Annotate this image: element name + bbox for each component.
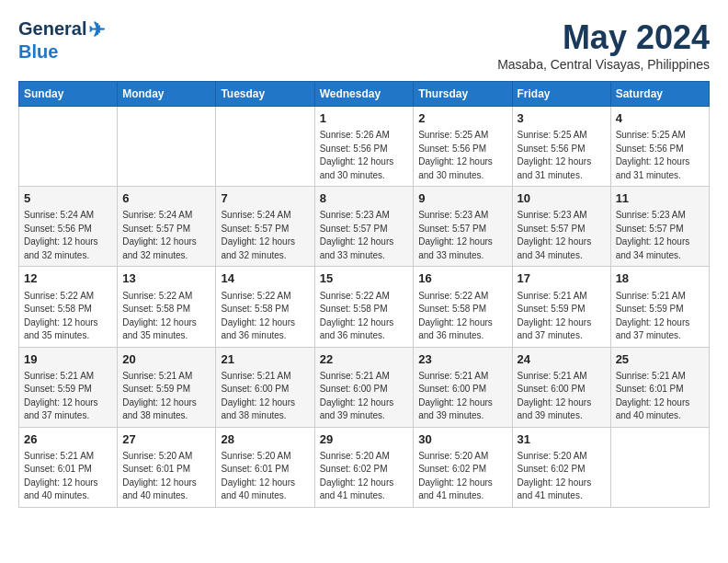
- calendar-cell: 7Sunrise: 5:24 AM Sunset: 5:57 PM Daylig…: [216, 187, 314, 267]
- page-title: May 2024: [497, 18, 710, 57]
- calendar-week-row: 19Sunrise: 5:21 AM Sunset: 5:59 PM Dayli…: [19, 347, 710, 427]
- calendar-cell: 25Sunrise: 5:21 AM Sunset: 6:01 PM Dayli…: [610, 347, 709, 427]
- day-number: 5: [24, 190, 112, 207]
- day-number: 3: [518, 110, 606, 127]
- calendar-cell: 27Sunrise: 5:20 AM Sunset: 6:01 PM Dayli…: [118, 427, 216, 507]
- day-number: 18: [616, 270, 704, 287]
- day-info: Sunrise: 5:21 AM Sunset: 5:59 PM Dayligh…: [24, 370, 112, 423]
- calendar-cell: 18Sunrise: 5:21 AM Sunset: 5:59 PM Dayli…: [610, 267, 709, 347]
- calendar-header-tuesday: Tuesday: [216, 82, 314, 107]
- calendar-cell: 8Sunrise: 5:23 AM Sunset: 5:57 PM Daylig…: [314, 187, 414, 267]
- calendar-cell: 26Sunrise: 5:21 AM Sunset: 6:01 PM Dayli…: [19, 427, 118, 507]
- day-number: 12: [24, 270, 112, 287]
- day-info: Sunrise: 5:21 AM Sunset: 6:00 PM Dayligh…: [418, 370, 506, 423]
- calendar-header-sunday: Sunday: [19, 82, 118, 107]
- day-info: Sunrise: 5:25 AM Sunset: 5:56 PM Dayligh…: [616, 129, 704, 182]
- day-number: 28: [221, 431, 309, 448]
- day-number: 22: [320, 351, 409, 368]
- logo-general: General: [18, 18, 86, 39]
- calendar-cell: 20Sunrise: 5:21 AM Sunset: 5:59 PM Dayli…: [118, 347, 216, 427]
- logo-blue: Blue: [18, 41, 105, 62]
- day-number: 6: [122, 190, 210, 207]
- day-number: 10: [518, 190, 606, 207]
- day-info: Sunrise: 5:20 AM Sunset: 6:02 PM Dayligh…: [518, 450, 606, 503]
- day-info: Sunrise: 5:21 AM Sunset: 6:01 PM Dayligh…: [24, 450, 112, 503]
- day-number: 9: [418, 190, 506, 207]
- calendar-header-row: SundayMondayTuesdayWednesdayThursdayFrid…: [19, 82, 710, 107]
- day-number: 20: [122, 351, 210, 368]
- calendar-cell: 11Sunrise: 5:23 AM Sunset: 5:57 PM Dayli…: [610, 187, 709, 267]
- calendar-cell: 12Sunrise: 5:22 AM Sunset: 5:58 PM Dayli…: [19, 267, 118, 347]
- calendar-week-row: 26Sunrise: 5:21 AM Sunset: 6:01 PM Dayli…: [19, 427, 710, 507]
- day-number: 19: [24, 351, 112, 368]
- calendar-cell: [19, 107, 118, 187]
- day-info: Sunrise: 5:23 AM Sunset: 5:57 PM Dayligh…: [616, 209, 704, 262]
- day-number: 2: [418, 110, 506, 127]
- day-info: Sunrise: 5:22 AM Sunset: 5:58 PM Dayligh…: [418, 290, 506, 343]
- day-info: Sunrise: 5:24 AM Sunset: 5:57 PM Dayligh…: [221, 209, 309, 262]
- day-number: 26: [24, 431, 112, 448]
- day-info: Sunrise: 5:21 AM Sunset: 5:59 PM Dayligh…: [122, 370, 210, 423]
- day-number: 7: [221, 190, 309, 207]
- calendar-body: 1Sunrise: 5:26 AM Sunset: 5:56 PM Daylig…: [19, 107, 710, 508]
- day-info: Sunrise: 5:21 AM Sunset: 5:59 PM Dayligh…: [616, 290, 704, 343]
- calendar-cell: 10Sunrise: 5:23 AM Sunset: 5:57 PM Dayli…: [512, 187, 610, 267]
- day-number: 15: [320, 270, 409, 287]
- day-info: Sunrise: 5:25 AM Sunset: 5:56 PM Dayligh…: [418, 129, 506, 182]
- calendar-week-row: 12Sunrise: 5:22 AM Sunset: 5:58 PM Dayli…: [19, 267, 710, 347]
- calendar-cell: 6Sunrise: 5:24 AM Sunset: 5:57 PM Daylig…: [118, 187, 216, 267]
- calendar-cell: [118, 107, 216, 187]
- calendar-cell: 28Sunrise: 5:20 AM Sunset: 6:01 PM Dayli…: [216, 427, 314, 507]
- calendar-cell: 24Sunrise: 5:21 AM Sunset: 6:00 PM Dayli…: [512, 347, 610, 427]
- day-number: 31: [518, 431, 606, 448]
- calendar-cell: [216, 107, 314, 187]
- calendar-cell: 21Sunrise: 5:21 AM Sunset: 6:00 PM Dayli…: [216, 347, 314, 427]
- page-subtitle: Masaba, Central Visayas, Philippines: [497, 57, 710, 72]
- day-number: 27: [122, 431, 210, 448]
- calendar-week-row: 1Sunrise: 5:26 AM Sunset: 5:56 PM Daylig…: [19, 107, 710, 187]
- day-info: Sunrise: 5:21 AM Sunset: 6:00 PM Dayligh…: [518, 370, 606, 423]
- day-info: Sunrise: 5:21 AM Sunset: 6:01 PM Dayligh…: [616, 370, 704, 423]
- day-info: Sunrise: 5:20 AM Sunset: 6:01 PM Dayligh…: [221, 450, 309, 503]
- calendar-cell: 1Sunrise: 5:26 AM Sunset: 5:56 PM Daylig…: [314, 107, 414, 187]
- calendar-cell: 4Sunrise: 5:25 AM Sunset: 5:56 PM Daylig…: [610, 107, 709, 187]
- day-number: 21: [221, 351, 309, 368]
- day-info: Sunrise: 5:26 AM Sunset: 5:56 PM Dayligh…: [320, 129, 409, 182]
- calendar-header-friday: Friday: [512, 82, 610, 107]
- day-info: Sunrise: 5:20 AM Sunset: 6:02 PM Dayligh…: [320, 450, 409, 503]
- day-info: Sunrise: 5:24 AM Sunset: 5:57 PM Dayligh…: [122, 209, 210, 262]
- day-info: Sunrise: 5:21 AM Sunset: 6:00 PM Dayligh…: [221, 370, 309, 423]
- calendar-cell: 29Sunrise: 5:20 AM Sunset: 6:02 PM Dayli…: [314, 427, 414, 507]
- calendar-cell: 31Sunrise: 5:20 AM Sunset: 6:02 PM Dayli…: [512, 427, 610, 507]
- calendar-cell: 19Sunrise: 5:21 AM Sunset: 5:59 PM Dayli…: [19, 347, 118, 427]
- calendar-cell: 22Sunrise: 5:21 AM Sunset: 6:00 PM Dayli…: [314, 347, 414, 427]
- page-header: General✈ Blue May 2024 Masaba, Central V…: [18, 18, 710, 72]
- day-number: 13: [122, 270, 210, 287]
- calendar-header-thursday: Thursday: [414, 82, 512, 107]
- day-number: 14: [221, 270, 309, 287]
- day-number: 23: [418, 351, 506, 368]
- day-info: Sunrise: 5:24 AM Sunset: 5:56 PM Dayligh…: [24, 209, 112, 262]
- day-info: Sunrise: 5:22 AM Sunset: 5:58 PM Dayligh…: [320, 290, 409, 343]
- title-area: May 2024 Masaba, Central Visayas, Philip…: [497, 18, 710, 72]
- calendar-cell: 23Sunrise: 5:21 AM Sunset: 6:00 PM Dayli…: [414, 347, 512, 427]
- day-info: Sunrise: 5:21 AM Sunset: 5:59 PM Dayligh…: [518, 290, 606, 343]
- calendar-header-saturday: Saturday: [610, 82, 709, 107]
- day-number: 24: [518, 351, 606, 368]
- day-info: Sunrise: 5:21 AM Sunset: 6:00 PM Dayligh…: [320, 370, 409, 423]
- calendar-cell: 17Sunrise: 5:21 AM Sunset: 5:59 PM Dayli…: [512, 267, 610, 347]
- calendar-table: SundayMondayTuesdayWednesdayThursdayFrid…: [18, 81, 710, 508]
- day-number: 11: [616, 190, 704, 207]
- day-number: 1: [320, 110, 409, 127]
- day-number: 4: [616, 110, 704, 127]
- day-number: 16: [418, 270, 506, 287]
- calendar-week-row: 5Sunrise: 5:24 AM Sunset: 5:56 PM Daylig…: [19, 187, 710, 267]
- calendar-cell: 13Sunrise: 5:22 AM Sunset: 5:58 PM Dayli…: [118, 267, 216, 347]
- calendar-cell: 9Sunrise: 5:23 AM Sunset: 5:57 PM Daylig…: [414, 187, 512, 267]
- day-info: Sunrise: 5:23 AM Sunset: 5:57 PM Dayligh…: [418, 209, 506, 262]
- day-info: Sunrise: 5:25 AM Sunset: 5:56 PM Dayligh…: [518, 129, 606, 182]
- calendar-cell: 15Sunrise: 5:22 AM Sunset: 5:58 PM Dayli…: [314, 267, 414, 347]
- day-number: 30: [418, 431, 506, 448]
- calendar-cell: 2Sunrise: 5:25 AM Sunset: 5:56 PM Daylig…: [414, 107, 512, 187]
- day-info: Sunrise: 5:22 AM Sunset: 5:58 PM Dayligh…: [221, 290, 309, 343]
